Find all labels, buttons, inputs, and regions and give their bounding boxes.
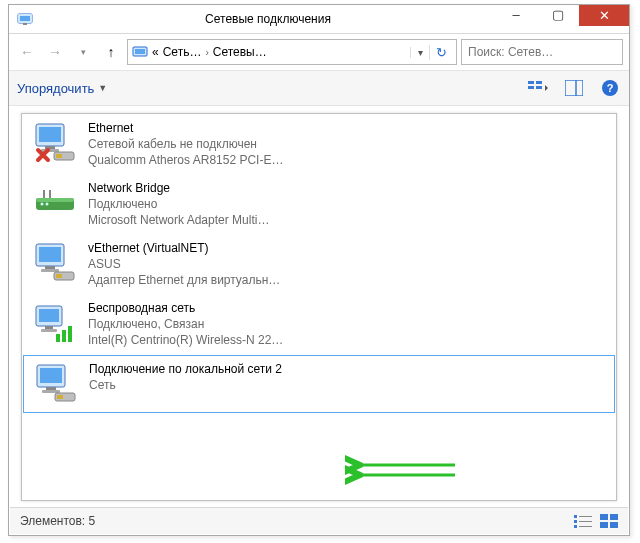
connection-status: Подключено (88, 196, 269, 212)
svg-rect-50 (610, 514, 618, 520)
connection-status: Сетевой кабель не подключен (88, 136, 283, 152)
connection-icon (33, 361, 79, 407)
svg-rect-19 (36, 198, 74, 202)
refresh-button[interactable]: ↻ (429, 45, 452, 60)
connection-status: Подключено, Связан (88, 316, 283, 332)
nav-up-button[interactable]: ↑ (99, 40, 123, 64)
breadcrumb-1[interactable]: Сеть… (159, 45, 202, 59)
window-buttons: – ▢ ✕ (495, 5, 629, 33)
status-bar: Элементов: 5 (10, 507, 628, 534)
location-icon (132, 44, 148, 60)
svg-rect-6 (528, 81, 534, 84)
search-box[interactable] (461, 39, 623, 65)
arrow-up-icon: ↑ (108, 44, 115, 60)
svg-rect-44 (579, 516, 592, 517)
connection-item[interactable]: Беспроводная сетьПодключено, СвязанIntel… (22, 294, 616, 354)
svg-rect-32 (45, 326, 53, 329)
view-mode-button[interactable] (527, 77, 549, 99)
connection-name: vEthernet (VirtualNET) (88, 240, 280, 256)
connection-device: Intel(R) Centrino(R) Wireless-N 22… (88, 332, 283, 348)
svg-rect-8 (536, 81, 542, 84)
organize-button[interactable]: Упорядочить ▼ (17, 81, 107, 96)
svg-rect-25 (39, 247, 61, 262)
svg-rect-39 (46, 387, 56, 390)
svg-rect-7 (528, 86, 534, 89)
svg-rect-46 (579, 521, 592, 522)
connection-name: Подключение по локальной сети 2 (89, 361, 282, 377)
connection-item[interactable]: Подключение по локальной сети 2Сеть (23, 355, 615, 413)
breadcrumb-prefix: « (152, 45, 159, 59)
svg-rect-35 (62, 330, 66, 342)
minimize-button[interactable]: – (495, 5, 537, 26)
breadcrumb-2[interactable]: Сетевы… (213, 45, 267, 59)
svg-rect-13 (39, 127, 61, 142)
nav-history-dropdown[interactable]: ▾ (71, 40, 95, 64)
view-details-icon[interactable] (600, 514, 618, 528)
connection-text: vEthernet (VirtualNET)ASUSАдаптер Ethern… (88, 240, 280, 288)
address-dropdown[interactable]: ▾ (410, 47, 429, 58)
toolbar: Упорядочить ▼ ? (9, 70, 629, 106)
svg-point-20 (41, 203, 44, 206)
connection-device: Сеть (89, 377, 282, 393)
address-bar[interactable]: « Сеть… › Сетевы… ▾ ↻ (127, 39, 457, 65)
status-count-label: Элементов: (20, 514, 85, 528)
arrow-right-icon: → (48, 44, 62, 60)
connection-text: Подключение по локальной сети 2Сеть (89, 361, 282, 393)
preview-pane-button[interactable] (563, 77, 585, 99)
connections-list: EthernetСетевой кабель не подключенQualc… (21, 113, 617, 501)
svg-point-21 (46, 203, 49, 206)
connection-icon (32, 180, 78, 226)
svg-rect-14 (45, 146, 55, 149)
svg-rect-51 (600, 522, 608, 528)
svg-rect-26 (45, 266, 55, 269)
arrow-left-icon: ← (20, 44, 34, 60)
connection-icon (32, 240, 78, 286)
connection-status: ASUS (88, 256, 280, 272)
svg-rect-31 (39, 309, 59, 322)
svg-rect-17 (56, 154, 62, 158)
connection-text: EthernetСетевой кабель не подключенQualc… (88, 120, 283, 168)
svg-rect-3 (23, 23, 27, 25)
preview-pane-icon (565, 80, 583, 96)
svg-rect-52 (610, 522, 618, 528)
connection-item[interactable]: EthernetСетевой кабель не подключенQualc… (22, 114, 616, 174)
connection-item[interactable]: vEthernet (VirtualNET)ASUSАдаптер Ethern… (22, 234, 616, 294)
svg-rect-29 (56, 274, 62, 278)
svg-rect-42 (57, 395, 63, 399)
connection-text: Беспроводная сетьПодключено, СвязанIntel… (88, 300, 283, 348)
chevron-right-icon[interactable]: › (201, 47, 212, 58)
connection-name: Ethernet (88, 120, 283, 136)
connection-device: Qualcomm Atheros AR8152 PCI-E… (88, 152, 283, 168)
svg-rect-9 (536, 86, 542, 89)
connection-icon (32, 120, 78, 166)
title-bar: Сетевые подключения – ▢ ✕ (9, 5, 629, 34)
svg-rect-10 (565, 80, 583, 96)
status-count-value: 5 (89, 514, 96, 528)
connection-name: Беспроводная сеть (88, 300, 283, 316)
svg-rect-2 (20, 16, 30, 21)
connection-item[interactable]: Network BridgeПодключеноMicrosoft Networ… (22, 174, 616, 234)
connection-text: Network BridgeПодключеноMicrosoft Networ… (88, 180, 269, 228)
window-title: Сетевые подключения (41, 12, 495, 26)
connection-device: Microsoft Network Adapter Multi… (88, 212, 269, 228)
svg-rect-47 (574, 525, 577, 528)
close-button[interactable]: ✕ (579, 5, 629, 26)
search-input[interactable] (466, 44, 618, 60)
nav-back-button[interactable]: ← (15, 40, 39, 64)
svg-rect-38 (40, 368, 62, 383)
svg-rect-43 (574, 515, 577, 518)
connection-icon (32, 300, 78, 346)
help-button[interactable]: ? (599, 77, 621, 99)
svg-rect-45 (574, 520, 577, 523)
maximize-button[interactable]: ▢ (537, 5, 579, 26)
view-mode-icon (528, 80, 548, 96)
svg-rect-33 (41, 329, 57, 332)
view-list-icon[interactable] (574, 514, 592, 528)
svg-rect-36 (68, 326, 72, 342)
connection-name: Network Bridge (88, 180, 269, 196)
help-icon: ? (602, 80, 618, 96)
organize-dropdown-icon: ▼ (98, 83, 107, 93)
svg-rect-5 (135, 49, 145, 54)
svg-rect-49 (600, 514, 608, 520)
nav-forward-button[interactable]: → (43, 40, 67, 64)
